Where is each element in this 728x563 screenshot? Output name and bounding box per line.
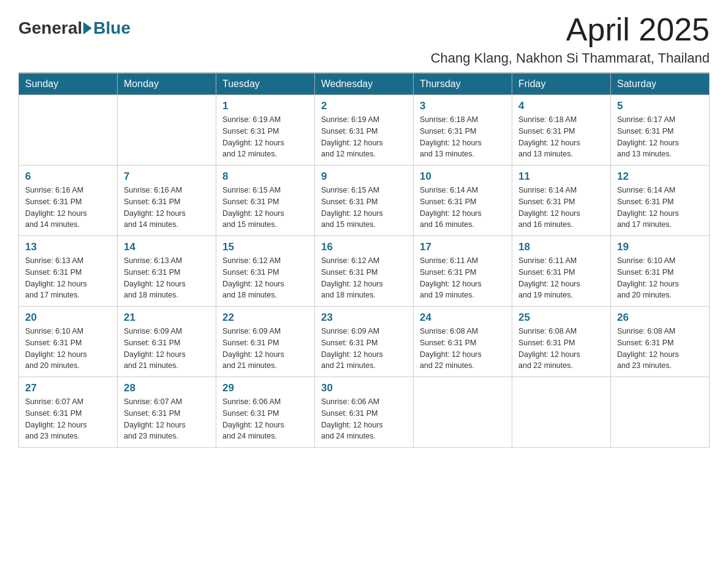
calendar-header-friday: Friday — [512, 73, 611, 95]
calendar-cell — [512, 377, 611, 448]
calendar-cell: 17Sunrise: 6:11 AMSunset: 6:31 PMDayligh… — [414, 236, 512, 307]
calendar-cell: 11Sunrise: 6:14 AMSunset: 6:31 PMDayligh… — [512, 166, 611, 236]
day-info: Sunrise: 6:17 AMSunset: 6:31 PMDaylight:… — [617, 114, 703, 160]
day-number: 13 — [25, 241, 111, 253]
day-info: Sunrise: 6:10 AMSunset: 6:31 PMDaylight:… — [617, 255, 703, 301]
calendar-cell — [118, 95, 216, 166]
day-number: 7 — [124, 170, 210, 183]
calendar-header-tuesday: Tuesday — [216, 73, 315, 95]
day-info: Sunrise: 6:07 AMSunset: 6:31 PMDaylight:… — [124, 396, 210, 442]
calendar-cell: 21Sunrise: 6:09 AMSunset: 6:31 PMDayligh… — [118, 307, 216, 377]
day-number: 20 — [25, 312, 111, 324]
day-info: Sunrise: 6:13 AMSunset: 6:31 PMDaylight:… — [25, 255, 111, 301]
month-year-title: April 2025 — [431, 12, 710, 47]
day-info: Sunrise: 6:09 AMSunset: 6:31 PMDaylight:… — [321, 326, 407, 372]
day-number: 26 — [617, 312, 703, 324]
day-number: 27 — [25, 382, 111, 394]
calendar-header-saturday: Saturday — [611, 73, 710, 95]
day-info: Sunrise: 6:18 AMSunset: 6:31 PMDaylight:… — [420, 114, 506, 160]
calendar-cell: 14Sunrise: 6:13 AMSunset: 6:31 PMDayligh… — [118, 236, 216, 307]
calendar-header-sunday: Sunday — [19, 73, 118, 95]
title-section: April 2025 Chang Klang, Nakhon Si Thamma… — [431, 12, 710, 66]
logo-arrow-icon — [83, 22, 92, 34]
day-number: 14 — [124, 241, 210, 253]
day-number: 1 — [222, 100, 308, 112]
day-number: 4 — [518, 100, 604, 112]
calendar-cell: 20Sunrise: 6:10 AMSunset: 6:31 PMDayligh… — [19, 307, 118, 377]
calendar-cell: 28Sunrise: 6:07 AMSunset: 6:31 PMDayligh… — [118, 377, 216, 448]
day-number: 11 — [518, 170, 604, 183]
calendar-cell — [414, 377, 512, 448]
day-info: Sunrise: 6:15 AMSunset: 6:31 PMDaylight:… — [321, 185, 407, 231]
calendar-body: 1Sunrise: 6:19 AMSunset: 6:31 PMDaylight… — [19, 95, 710, 448]
day-info: Sunrise: 6:12 AMSunset: 6:31 PMDaylight:… — [321, 255, 407, 301]
calendar-cell: 13Sunrise: 6:13 AMSunset: 6:31 PMDayligh… — [19, 236, 118, 307]
day-info: Sunrise: 6:12 AMSunset: 6:31 PMDaylight:… — [222, 255, 308, 301]
day-number: 9 — [321, 170, 407, 183]
day-number: 24 — [420, 312, 506, 324]
calendar-cell: 29Sunrise: 6:06 AMSunset: 6:31 PMDayligh… — [216, 377, 315, 448]
calendar-cell: 23Sunrise: 6:09 AMSunset: 6:31 PMDayligh… — [315, 307, 414, 377]
calendar-cell: 1Sunrise: 6:19 AMSunset: 6:31 PMDaylight… — [216, 95, 315, 166]
day-number: 19 — [617, 241, 703, 253]
calendar-cell: 10Sunrise: 6:14 AMSunset: 6:31 PMDayligh… — [414, 166, 512, 236]
location-title: Chang Klang, Nakhon Si Thammarat, Thaila… — [431, 50, 710, 66]
day-number: 17 — [420, 241, 506, 253]
day-info: Sunrise: 6:11 AMSunset: 6:31 PMDaylight:… — [420, 255, 506, 301]
calendar-cell — [19, 95, 118, 166]
day-number: 25 — [518, 312, 604, 324]
day-number: 23 — [321, 312, 407, 324]
calendar-cell: 27Sunrise: 6:07 AMSunset: 6:31 PMDayligh… — [19, 377, 118, 448]
day-number: 10 — [420, 170, 506, 183]
calendar-cell: 6Sunrise: 6:16 AMSunset: 6:31 PMDaylight… — [19, 166, 118, 236]
day-info: Sunrise: 6:14 AMSunset: 6:31 PMDaylight:… — [518, 185, 604, 231]
day-number: 21 — [124, 312, 210, 324]
calendar-cell: 12Sunrise: 6:14 AMSunset: 6:31 PMDayligh… — [611, 166, 710, 236]
day-number: 29 — [222, 382, 308, 394]
day-info: Sunrise: 6:19 AMSunset: 6:31 PMDaylight:… — [321, 114, 407, 160]
day-info: Sunrise: 6:08 AMSunset: 6:31 PMDaylight:… — [420, 326, 506, 372]
day-number: 12 — [617, 170, 703, 183]
calendar-cell: 7Sunrise: 6:16 AMSunset: 6:31 PMDaylight… — [118, 166, 216, 236]
calendar-cell: 19Sunrise: 6:10 AMSunset: 6:31 PMDayligh… — [611, 236, 710, 307]
day-number: 28 — [124, 382, 210, 394]
calendar-cell: 9Sunrise: 6:15 AMSunset: 6:31 PMDaylight… — [315, 166, 414, 236]
day-number: 2 — [321, 100, 407, 112]
calendar-cell — [611, 377, 710, 448]
calendar-header-thursday: Thursday — [414, 73, 512, 95]
day-info: Sunrise: 6:09 AMSunset: 6:31 PMDaylight:… — [222, 326, 308, 372]
calendar-header-wednesday: Wednesday — [315, 73, 414, 95]
logo-blue-text: Blue — [93, 18, 131, 38]
calendar-cell: 3Sunrise: 6:18 AMSunset: 6:31 PMDaylight… — [414, 95, 512, 166]
calendar-week-row: 6Sunrise: 6:16 AMSunset: 6:31 PMDaylight… — [19, 166, 710, 236]
calendar-cell: 15Sunrise: 6:12 AMSunset: 6:31 PMDayligh… — [216, 236, 315, 307]
day-number: 15 — [222, 241, 308, 253]
calendar-cell: 5Sunrise: 6:17 AMSunset: 6:31 PMDaylight… — [611, 95, 710, 166]
page-header: General Blue April 2025 Chang Klang, Nak… — [18, 12, 710, 66]
day-info: Sunrise: 6:16 AMSunset: 6:31 PMDaylight:… — [25, 185, 111, 231]
day-number: 5 — [617, 100, 703, 112]
day-number: 30 — [321, 382, 407, 394]
calendar-cell: 24Sunrise: 6:08 AMSunset: 6:31 PMDayligh… — [414, 307, 512, 377]
calendar-table: SundayMondayTuesdayWednesdayThursdayFrid… — [18, 72, 710, 448]
calendar-cell: 30Sunrise: 6:06 AMSunset: 6:31 PMDayligh… — [315, 377, 414, 448]
calendar-cell: 18Sunrise: 6:11 AMSunset: 6:31 PMDayligh… — [512, 236, 611, 307]
calendar-cell: 4Sunrise: 6:18 AMSunset: 6:31 PMDaylight… — [512, 95, 611, 166]
calendar-cell: 22Sunrise: 6:09 AMSunset: 6:31 PMDayligh… — [216, 307, 315, 377]
day-info: Sunrise: 6:18 AMSunset: 6:31 PMDaylight:… — [518, 114, 604, 160]
day-info: Sunrise: 6:11 AMSunset: 6:31 PMDaylight:… — [518, 255, 604, 301]
day-number: 6 — [25, 170, 111, 183]
calendar-week-row: 13Sunrise: 6:13 AMSunset: 6:31 PMDayligh… — [19, 236, 710, 307]
day-info: Sunrise: 6:08 AMSunset: 6:31 PMDaylight:… — [617, 326, 703, 372]
day-number: 8 — [222, 170, 308, 183]
day-info: Sunrise: 6:13 AMSunset: 6:31 PMDaylight:… — [124, 255, 210, 301]
day-info: Sunrise: 6:06 AMSunset: 6:31 PMDaylight:… — [321, 396, 407, 442]
calendar-week-row: 27Sunrise: 6:07 AMSunset: 6:31 PMDayligh… — [19, 377, 710, 448]
day-info: Sunrise: 6:16 AMSunset: 6:31 PMDaylight:… — [124, 185, 210, 231]
day-info: Sunrise: 6:06 AMSunset: 6:31 PMDaylight:… — [222, 396, 308, 442]
calendar-week-row: 1Sunrise: 6:19 AMSunset: 6:31 PMDaylight… — [19, 95, 710, 166]
calendar-cell: 16Sunrise: 6:12 AMSunset: 6:31 PMDayligh… — [315, 236, 414, 307]
day-info: Sunrise: 6:19 AMSunset: 6:31 PMDaylight:… — [222, 114, 308, 160]
day-info: Sunrise: 6:14 AMSunset: 6:31 PMDaylight:… — [420, 185, 506, 231]
calendar-cell: 8Sunrise: 6:15 AMSunset: 6:31 PMDaylight… — [216, 166, 315, 236]
